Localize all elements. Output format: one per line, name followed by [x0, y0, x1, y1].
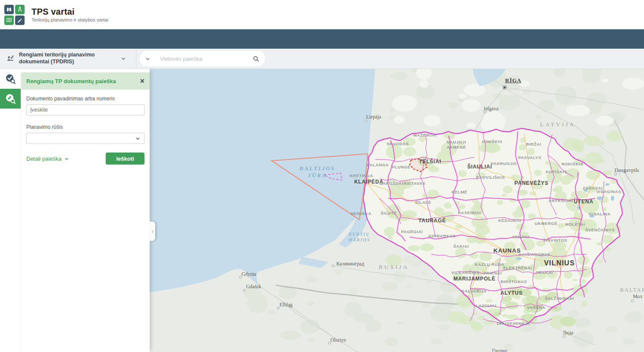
map-label: VILNIUS	[544, 259, 575, 268]
map-icon	[4, 16, 14, 25]
search-icon	[252, 55, 260, 62]
layer-dropdown-label: Rengiami teritorijų planavimo dokumentai…	[19, 52, 110, 65]
map-label: PLUNGĖ	[392, 165, 410, 170]
city-marker	[631, 299, 634, 302]
map-label: Лида	[563, 330, 574, 336]
city-marker	[614, 173, 617, 175]
map-label: RIETAVAS	[404, 181, 426, 186]
page-subtitle: Teritorijų planavimo ir statybos vartai	[31, 17, 108, 22]
map-label: ŠIAULIAI	[467, 164, 492, 170]
map-label: ŠILUTĖ	[380, 211, 396, 216]
map-label: RĪGA	[505, 77, 521, 84]
map-label: ŠIRVINTOS	[543, 238, 567, 243]
place-search	[140, 51, 265, 66]
city-marker	[503, 86, 507, 90]
map-label: RUSIJA	[379, 264, 409, 271]
city-marker	[328, 342, 331, 344]
map-label: MARIJAMPOLĖ	[453, 276, 495, 282]
map-label: ROKIŠKIS	[562, 162, 584, 167]
search-submit-button[interactable]: Ieškoti	[106, 153, 145, 165]
city-marker	[563, 335, 565, 338]
map-label: KUPIŠKIS	[546, 169, 567, 174]
map-label: JURBARKAS	[427, 234, 456, 239]
map-label: PASVALYS	[518, 155, 541, 160]
map-label: PRIENAI	[484, 271, 502, 276]
group-icon	[6, 54, 15, 63]
city-marker	[243, 289, 245, 292]
map-label: Gdańsk	[246, 283, 261, 290]
chevron-down-icon	[145, 56, 151, 62]
panel-header: Rengiamų TP dokumentų paieška ×	[21, 72, 150, 90]
map-label: KALVARIJA	[462, 289, 487, 294]
sidebar-item-approved-documents-search[interactable]	[0, 69, 21, 89]
map-label: ŠALČININKAI	[545, 296, 574, 301]
map-label: VILKAVIŠKIS	[451, 270, 480, 275]
map-label: NERINGA	[351, 211, 371, 216]
app-header: TPS vartai Teritorijų planavimo ir staty…	[0, 0, 644, 29]
map-label: TAURAGĖ	[418, 218, 446, 224]
map-label: PALANGA	[367, 162, 389, 168]
sidebar-item-draft-documents-search[interactable]	[0, 89, 21, 109]
map-label: BALTAR	[620, 287, 644, 293]
map-label: MAŽEIKIAI	[413, 133, 437, 138]
map-label: ANYKŠČIAI	[548, 198, 573, 203]
map-label: KĖDAINIAI	[498, 218, 521, 223]
map-label: VARĖNA	[527, 305, 545, 310]
map-label: TRAKAI	[536, 270, 553, 275]
map-label: PAKRUOJIS	[491, 161, 517, 166]
document-name-input[interactable]	[26, 104, 145, 115]
map-label: KRETINGA	[350, 173, 373, 178]
place-search-button[interactable]	[247, 51, 265, 66]
city-marker	[365, 120, 368, 122]
map-label: Мол	[633, 293, 642, 299]
map-label: Калининград	[336, 261, 364, 267]
planning-type-select[interactable]	[26, 133, 145, 144]
map-label: Daugavpils	[615, 167, 639, 174]
edit-search-icon	[5, 93, 16, 104]
map-label: Elbląg	[280, 302, 292, 308]
map-label: Gdynia	[242, 271, 256, 277]
map-label: SKUODAS	[386, 141, 409, 146]
map-label: Гродно	[492, 348, 507, 352]
nav-band	[0, 29, 644, 49]
map-label: PANEVĖŽYS	[515, 180, 549, 187]
map-label: PAGĖGIAI	[401, 229, 423, 234]
map-label: GARGŽDAI	[379, 181, 403, 186]
pen-icon	[15, 16, 25, 25]
map-label: ZARASAI	[583, 186, 603, 191]
close-icon[interactable]: ×	[140, 77, 145, 85]
layer-dropdown[interactable]: Rengiami teritorijų planavimo dokumentai…	[0, 52, 131, 65]
toolbar-divider	[136, 49, 136, 69]
map-label: LATVIJA	[540, 121, 575, 128]
map-toolbar: Rengiami teritorijų planavimo dokumentai…	[0, 49, 644, 69]
detailed-search-toggle[interactable]: Detali paieška	[26, 156, 69, 162]
chevron-down-icon	[120, 56, 126, 62]
map-label: BALTIJOS JŪRA	[300, 165, 336, 179]
map-label: Olsztyn	[330, 337, 346, 343]
map-label: JONAVA	[512, 234, 530, 240]
map-label: DRUSKININKAI	[497, 321, 530, 326]
map-label: MOLĖTAI	[565, 222, 585, 227]
document-search-panel: Rengiamų TP dokumentų paieška × Dokument…	[21, 69, 150, 352]
map-label: VISAGINAS	[596, 189, 621, 194]
map-label: LAZDIJAI	[476, 303, 496, 308]
check-search-icon	[5, 73, 16, 84]
map-label: RADVILIŠKIS	[476, 175, 505, 180]
map-label: KLAIPĖDA	[354, 179, 383, 185]
document-name-label: Dokumento pavadinimas arba numeris	[26, 96, 145, 102]
map-label: BIRŽAI	[526, 142, 541, 147]
panel-title: Rengiamų TP dokumentų paieška	[26, 78, 140, 84]
map-label: BIRŠTONAS	[500, 279, 527, 284]
map-label: ŠVENČIONYS	[585, 227, 615, 233]
city-marker	[239, 276, 242, 278]
map-label: ŠAKIAI	[453, 244, 469, 249]
map-label: NAUJOJI AKMENĖ	[446, 140, 466, 150]
map-label: UKMERGĖ	[535, 221, 558, 226]
map-label: RASEINIAI	[458, 210, 481, 215]
chevron-down-icon	[64, 156, 69, 162]
search-type-dropdown[interactable]	[140, 51, 156, 66]
panel-collapse-handle[interactable]: ‹	[150, 221, 155, 241]
place-search-input[interactable]	[156, 56, 247, 62]
left-icon-rail	[0, 69, 21, 352]
map-label: Liepāja	[366, 114, 381, 120]
